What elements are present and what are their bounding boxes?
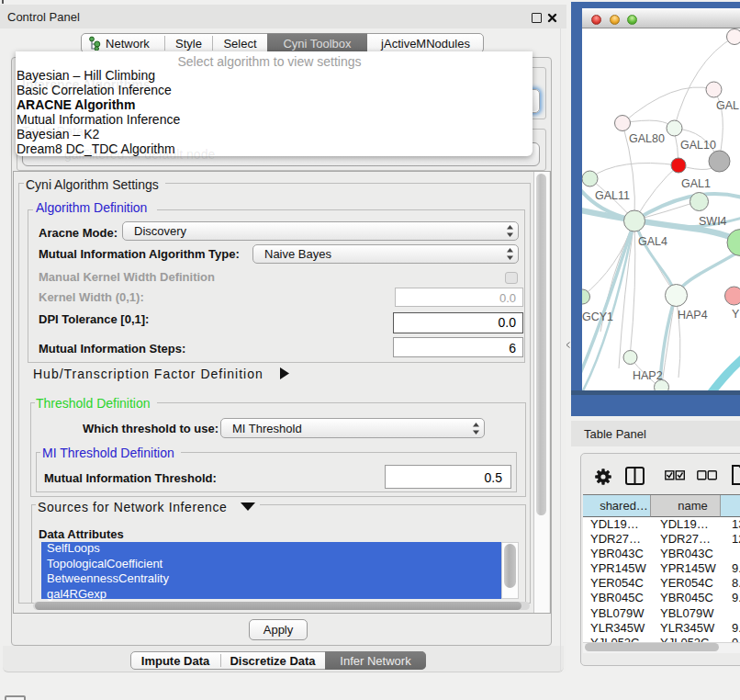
svg-text:Y: Y <box>732 308 740 321</box>
svg-text:HAP2: HAP2 <box>633 369 663 382</box>
svg-text:GAL11: GAL11 <box>595 189 630 202</box>
svg-text:GAL4: GAL4 <box>638 235 667 248</box>
svg-text:GAL80: GAL80 <box>629 132 665 145</box>
svg-text:GAL1: GAL1 <box>681 177 711 190</box>
svg-text:GAL: GAL <box>716 99 739 112</box>
svg-text:GCY1: GCY1 <box>582 310 613 323</box>
svg-text:SWI4: SWI4 <box>699 215 727 228</box>
svg-text:GAL10: GAL10 <box>680 139 716 152</box>
svg-text:HAP4: HAP4 <box>678 309 708 322</box>
